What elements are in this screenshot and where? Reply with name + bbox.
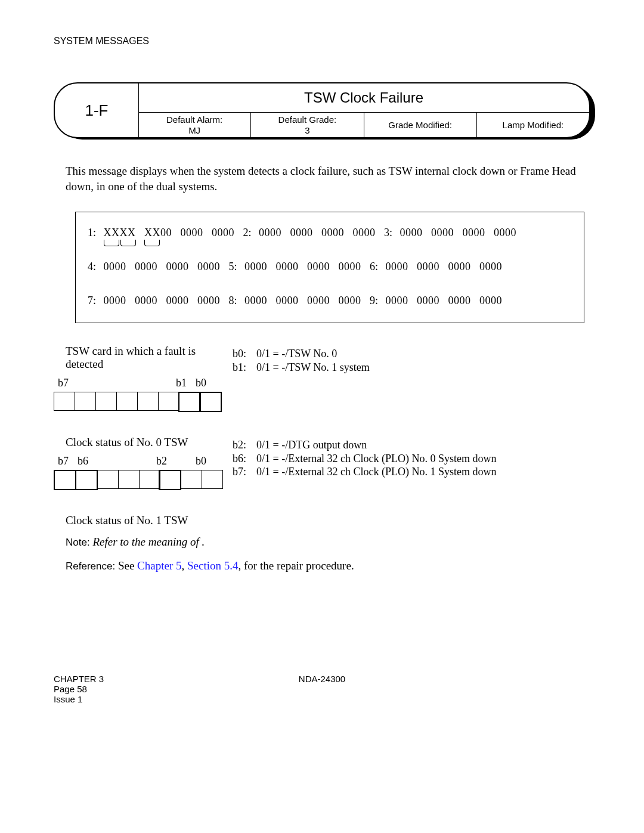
grade-modified-cell: Grade Modified:	[364, 113, 477, 138]
section1-label: TSW card in which a fault is detected	[66, 345, 233, 371]
section1-byte	[54, 392, 233, 412]
footer-issue: Issue 1	[54, 694, 173, 704]
note-line: Note: Refer to the meaning of .	[66, 535, 590, 549]
message-title: TSW Clock Failure	[138, 83, 589, 112]
section3-label: Clock status of No. 1 TSW	[66, 514, 590, 527]
page-footer: CHAPTER 3 Page 58 Issue 1 NDA-24300	[54, 674, 590, 704]
grade-modified-label: Grade Modified:	[388, 120, 452, 131]
data-bytes-box: 1: XXXX XX00 0000 0000 2: 0000 0000 0000…	[75, 212, 584, 323]
footer-chapter: CHAPTER 3	[54, 674, 173, 684]
message-description: This message displays when the system de…	[66, 163, 578, 194]
footer-doc: NDA-24300	[173, 674, 471, 704]
reference-line: Reference: See Chapter 5, Section 5.4, f…	[66, 559, 590, 572]
default-grade-cell: Default Grade: 3	[251, 113, 364, 138]
data-row-2: 4: 0000 0000 0000 0000 5: 0000 0000 0000…	[88, 261, 572, 273]
data-row-1: 1: XXXX XX00 0000 0000 2: 0000 0000 0000…	[88, 227, 572, 239]
message-code: 1-F	[55, 83, 139, 137]
default-alarm-value: MJ	[188, 125, 200, 136]
default-grade-value: 3	[305, 125, 309, 136]
title-box: 1-F TSW Clock Failure Default Alarm: MJ …	[54, 82, 590, 140]
data-row-3: 7: 0000 0000 0000 0000 8: 0000 0000 0000…	[88, 295, 572, 307]
lamp-modified-cell: Lamp Modified:	[477, 113, 589, 138]
default-grade-label: Default Grade:	[278, 114, 337, 125]
default-alarm-label: Default Alarm:	[166, 114, 222, 125]
link-chapter5[interactable]: Chapter 5	[137, 559, 181, 572]
section2-byte	[54, 470, 233, 490]
link-section54[interactable]: Section 5.4	[187, 559, 239, 572]
page-header: SYSTEM MESSAGES	[54, 36, 590, 47]
default-alarm-cell: Default Alarm: MJ	[138, 113, 251, 138]
section2-label: Clock status of No. 0 TSW	[66, 436, 233, 449]
lamp-modified-label: Lamp Modified:	[503, 120, 564, 131]
footer-page: Page 58	[54, 684, 173, 694]
